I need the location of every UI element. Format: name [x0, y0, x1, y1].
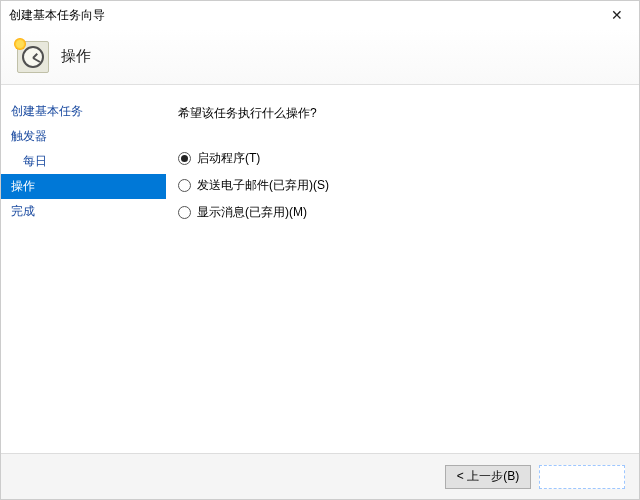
- radio-send-email[interactable]: 发送电子邮件(已弃用)(S): [178, 177, 627, 194]
- radio-show-message[interactable]: 显示消息(已弃用)(M): [178, 204, 627, 221]
- next-button-placeholder[interactable]: [539, 465, 625, 489]
- back-button[interactable]: < 上一步(B): [445, 465, 531, 489]
- radio-start-program[interactable]: 启动程序(T): [178, 150, 627, 167]
- wizard-steps: 创建基本任务 触发器 每日 操作 完成: [1, 85, 166, 453]
- step-trigger[interactable]: 触发器: [1, 124, 166, 149]
- action-radiogroup: 启动程序(T) 发送电子邮件(已弃用)(S) 显示消息(已弃用)(M): [178, 150, 627, 221]
- action-prompt: 希望该任务执行什么操作?: [178, 105, 627, 122]
- wizard-content: 希望该任务执行什么操作? 启动程序(T) 发送电子邮件(已弃用)(S) 显示消息…: [166, 85, 639, 453]
- step-finish[interactable]: 完成: [1, 199, 166, 224]
- radio-icon: [178, 206, 191, 219]
- step-create-basic-task[interactable]: 创建基本任务: [1, 99, 166, 124]
- step-daily[interactable]: 每日: [1, 149, 166, 174]
- step-action[interactable]: 操作: [1, 174, 166, 199]
- close-button[interactable]: ✕: [595, 1, 639, 29]
- window-title: 创建基本任务向导: [9, 7, 105, 24]
- radio-icon: [178, 152, 191, 165]
- radio-label: 显示消息(已弃用)(M): [197, 204, 307, 221]
- wizard-footer: < 上一步(B): [1, 453, 639, 499]
- radio-label: 启动程序(T): [197, 150, 260, 167]
- clock-icon: [17, 41, 49, 73]
- wizard-header: 操作: [1, 29, 639, 85]
- radio-icon: [178, 179, 191, 192]
- wizard-body: 创建基本任务 触发器 每日 操作 完成 希望该任务执行什么操作? 启动程序(T)…: [1, 85, 639, 453]
- close-icon: ✕: [611, 7, 623, 23]
- page-title: 操作: [61, 47, 91, 66]
- radio-label: 发送电子邮件(已弃用)(S): [197, 177, 329, 194]
- titlebar: 创建基本任务向导 ✕: [1, 1, 639, 29]
